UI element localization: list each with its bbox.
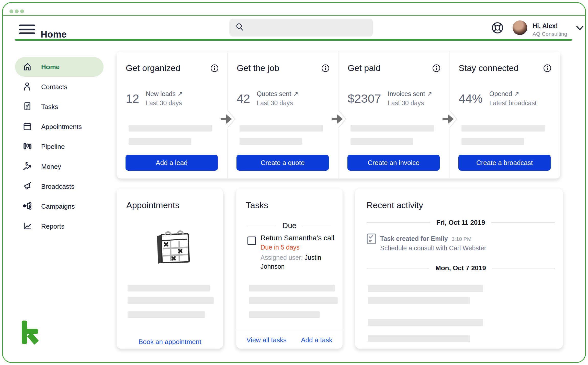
placeholder-bar (240, 125, 323, 132)
search-input[interactable] (248, 23, 368, 32)
create-invoice-button[interactable]: Create an invoice (347, 155, 440, 171)
card-title: Recent activity (367, 200, 423, 210)
card-title: Get organized (126, 63, 180, 73)
page-title: Home (41, 29, 67, 40)
app-window: Home Hi, Alex! AQ Consulting (0, 0, 588, 365)
card-get-the-job: Get the job 42 Quotes sent ↗ Last 30 day… (228, 51, 338, 179)
add-lead-button[interactable]: Add a lead (126, 155, 218, 171)
user-company: AQ Consulting (533, 31, 567, 37)
due-section-label: Due (236, 221, 343, 230)
new-leads-link[interactable]: New leads ↗ (146, 89, 183, 98)
stat-sublabel: Last 30 days (257, 98, 298, 108)
svg-text:$: $ (25, 161, 28, 167)
sidebar-item-label: Campaigns (41, 203, 75, 210)
activity-title: Task created for Emily (380, 235, 448, 242)
stat-block: 12 New leads ↗ Last 30 days (126, 89, 183, 108)
window-dot (15, 9, 19, 13)
card-get-organized: Get organized 12 New leads ↗ Last 30 day… (117, 51, 228, 179)
sidebar-item-label: Home (41, 63, 60, 71)
stat-block: 42 Quotes sent ↗ Last 30 days (237, 89, 298, 108)
task-assigned: Assigned user: Justin Johnson (261, 253, 337, 271)
create-broadcast-button[interactable]: Create a broadcast (458, 155, 551, 171)
info-icon[interactable] (432, 64, 440, 72)
browser-frame: Home Hi, Alex! AQ Consulting (2, 2, 586, 363)
campaigns-icon (23, 201, 32, 211)
placeholder-bar (249, 285, 335, 291)
placeholder-bar (129, 125, 212, 132)
info-icon[interactable] (321, 64, 330, 72)
opened-link[interactable]: Opened ↗ (489, 89, 537, 98)
header-accent-rule (15, 39, 572, 41)
sidebar: Home Contacts Tasks Appointments (3, 57, 104, 236)
window-dot (20, 9, 24, 13)
activity-description: Schedule a consult with Carl Webster (380, 244, 486, 252)
date-divider: Mon, Oct 7 2019 (367, 264, 555, 272)
user-greeting: Hi, Alex! (533, 22, 567, 30)
info-icon[interactable] (210, 64, 219, 72)
pipeline-stats-strip: Get organized 12 New leads ↗ Last 30 day… (117, 51, 560, 179)
placeholder-bar (350, 125, 434, 132)
placeholder-bar (368, 319, 483, 326)
activity-title-row: Task created for Emily3:10 PM (380, 235, 471, 242)
sidebar-item-pipeline[interactable]: Pipeline (15, 137, 104, 157)
calendar-icon (23, 122, 32, 132)
stat-value: 44% (459, 91, 483, 105)
task-checkbox[interactable] (247, 237, 256, 245)
stat-value: $2307 (348, 91, 381, 105)
add-task-link[interactable]: Add a task (301, 336, 332, 344)
sidebar-item-label: Appointments (41, 123, 82, 131)
sidebar-item-label: Pipeline (41, 143, 65, 151)
tasks-card: Tasks Due Return Samantha’s call Due in … (236, 189, 343, 349)
stat-value: 12 (126, 91, 139, 105)
card-title: Get the job (237, 63, 279, 73)
create-quote-button[interactable]: Create a quote (236, 155, 329, 171)
card-title: Appointments (126, 200, 179, 210)
sidebar-item-money[interactable]: $ Money (15, 157, 104, 176)
sidebar-item-campaigns[interactable]: Campaigns (15, 196, 104, 216)
search-icon (235, 23, 244, 32)
info-icon[interactable] (543, 64, 551, 72)
book-appointment-link[interactable]: Book an appointment (117, 338, 223, 346)
placeholder-bar (249, 297, 338, 304)
card-title: Stay connected (459, 63, 518, 73)
sidebar-item-broadcasts[interactable]: Broadcasts (15, 176, 104, 196)
search-bar (229, 19, 373, 37)
card-title: Tasks (246, 200, 268, 210)
sidebar-item-home[interactable]: Home (15, 57, 104, 77)
placeholder-bar (128, 311, 205, 318)
invoices-sent-link[interactable]: Invoices sent ↗ (388, 89, 432, 98)
date-label: Fri, Oct 11 2019 (436, 219, 485, 227)
card-get-paid: Get paid $2307 Invoices sent ↗ Last 30 d… (338, 51, 449, 179)
stat-sublabel: Last 30 days (146, 98, 183, 108)
placeholder-bar (129, 138, 191, 145)
sidebar-item-label: Tasks (41, 103, 58, 111)
user-avatar[interactable] (513, 20, 527, 35)
stat-sublabel: Last 30 days (388, 98, 432, 108)
chevron-down-icon[interactable] (576, 25, 584, 31)
card-stay-connected: Stay connected 44% Opened ↗ Latest broad… (449, 51, 560, 179)
sidebar-item-label: Money (41, 163, 61, 171)
sidebar-item-label: Broadcasts (41, 183, 74, 191)
placeholder-bar (368, 297, 470, 304)
calendar-illustration (154, 229, 193, 268)
money-icon: $ (23, 161, 32, 172)
sidebar-item-contacts[interactable]: Contacts (15, 77, 104, 97)
sidebar-item-tasks[interactable]: Tasks (15, 97, 104, 117)
tasks-icon (23, 102, 32, 112)
quotes-sent-link[interactable]: Quotes sent ↗ (257, 89, 298, 98)
placeholder-bar (249, 311, 320, 318)
task-title: Return Samantha’s call (261, 234, 334, 242)
hamburger-menu-button[interactable] (19, 25, 35, 34)
titlebar-divider (3, 15, 585, 16)
pipeline-icon (23, 142, 32, 152)
sidebar-item-appointments[interactable]: Appointments (15, 117, 104, 137)
sidebar-item-reports[interactable]: Reports (15, 216, 104, 236)
placeholder-bar (350, 138, 413, 145)
view-all-tasks-link[interactable]: View all tasks (246, 336, 287, 344)
recent-activity-card: Recent activity Fri, Oct 11 2019 Task cr… (355, 189, 563, 349)
placeholder-bar (461, 138, 524, 145)
placeholder-bar (461, 125, 545, 132)
help-icon[interactable] (491, 21, 504, 34)
due-divider (302, 226, 331, 226)
placeholder-bar (368, 285, 483, 292)
